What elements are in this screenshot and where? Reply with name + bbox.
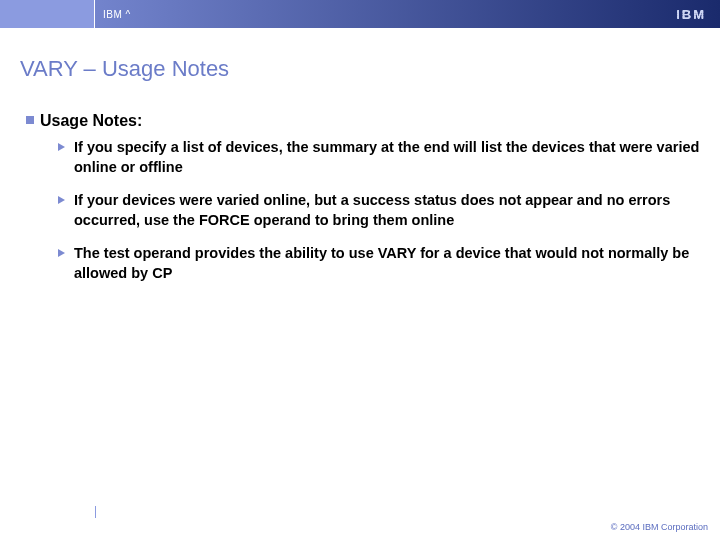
list-item: If your devices were varied online, but … bbox=[58, 191, 700, 230]
header-brand-text: IBM ^ bbox=[103, 9, 131, 20]
slide-title: VARY – Usage Notes bbox=[20, 56, 720, 82]
section-heading: Usage Notes: bbox=[26, 112, 700, 130]
footer-accent-line bbox=[95, 506, 96, 518]
ibm-logo-icon: IBM bbox=[676, 7, 706, 22]
slide-header: IBM ^ IBM bbox=[0, 0, 720, 28]
footer-copyright: © 2004 IBM Corporation bbox=[611, 522, 708, 532]
list-item: If you specify a list of devices, the su… bbox=[58, 138, 700, 177]
header-accent-block bbox=[0, 0, 95, 28]
bullet-list: If you specify a list of devices, the su… bbox=[58, 138, 700, 283]
slide-content: Usage Notes: If you specify a list of de… bbox=[26, 112, 700, 283]
list-item: The test operand provides the ability to… bbox=[58, 244, 700, 283]
